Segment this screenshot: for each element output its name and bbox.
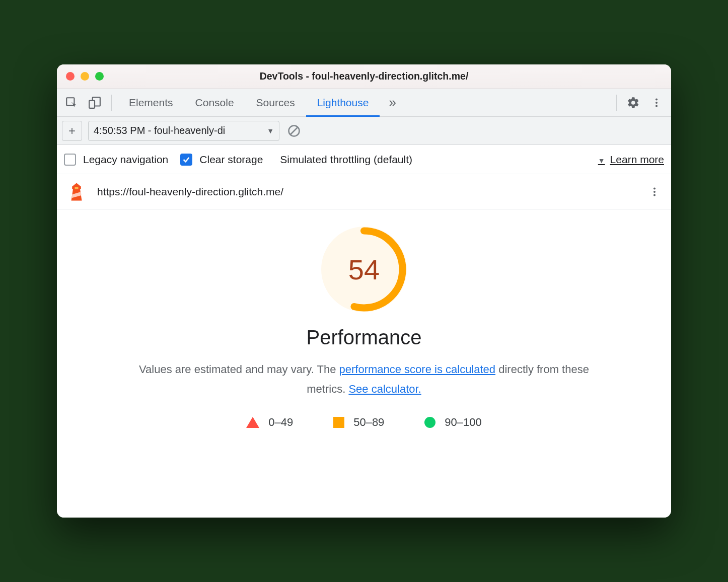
legend-fail: 0–49 [246, 416, 293, 429]
legend-pass: 90–100 [424, 416, 481, 429]
svg-rect-2 [89, 100, 95, 108]
chevron-down-icon: ▼ [598, 157, 605, 165]
square-icon [333, 417, 344, 428]
settings-gear-icon[interactable] [623, 92, 644, 113]
score-legend: 0–49 50–89 90–100 [246, 416, 482, 429]
minimize-window-button[interactable] [81, 72, 89, 81]
tab-elements[interactable]: Elements [118, 89, 184, 116]
chevron-down-icon: ▼ [267, 127, 274, 135]
report-content: 54 Performance Values are estimated and … [57, 209, 671, 518]
svg-point-3 [656, 98, 658, 100]
tab-console[interactable]: Console [184, 89, 245, 116]
report-url-row: https://foul-heavenly-direction.glitch.m… [57, 174, 671, 209]
circle-icon [424, 417, 435, 428]
lighthouse-toolbar: + 4:50:53 PM - foul-heavenly-di ▼ [57, 117, 671, 145]
lighthouse-options-row: Legacy navigation Clear storage Simulate… [57, 145, 671, 174]
see-calculator-link[interactable]: See calculator. [348, 383, 421, 395]
legacy-navigation-checkbox[interactable] [64, 154, 76, 166]
more-options-icon[interactable] [646, 92, 667, 113]
traffic-lights [66, 72, 104, 81]
report-menu-icon[interactable] [647, 186, 662, 197]
svg-point-5 [656, 105, 658, 107]
clear-storage-label: Clear storage [199, 154, 263, 166]
main-toolbar: Elements Console Sources Lighthouse » [57, 89, 671, 117]
devtools-window: DevTools - foul-heavenly-direction.glitc… [57, 64, 671, 518]
window-title: DevTools - foul-heavenly-direction.glitc… [57, 70, 671, 82]
legacy-navigation-label: Legacy navigation [83, 154, 168, 166]
new-report-button[interactable]: + [62, 121, 82, 141]
close-window-button[interactable] [66, 72, 75, 81]
triangle-icon [246, 417, 259, 428]
svg-line-7 [290, 127, 298, 134]
learn-more-link[interactable]: ▼Learn more [598, 154, 664, 166]
clear-report-icon[interactable] [285, 122, 303, 139]
performance-category-title: Performance [307, 326, 422, 349]
lighthouse-logo-icon [66, 181, 87, 202]
toolbar-separator [111, 95, 112, 111]
titlebar: DevTools - foul-heavenly-direction.glitc… [57, 64, 671, 89]
report-url-text: https://foul-heavenly-direction.glitch.m… [97, 186, 283, 198]
panel-tabs: Elements Console Sources Lighthouse [118, 89, 380, 116]
report-dropdown-label: 4:50:53 PM - foul-heavenly-di [94, 125, 225, 136]
performance-gauge: 54 [321, 227, 407, 312]
toolbar-separator [616, 95, 617, 111]
throttling-label: Simulated throttling (default) [280, 154, 412, 166]
more-tabs-button[interactable]: » [382, 95, 403, 110]
report-dropdown[interactable]: 4:50:53 PM - foul-heavenly-di ▼ [88, 121, 279, 141]
performance-score: 54 [321, 227, 407, 312]
svg-point-10 [653, 190, 656, 192]
svg-point-11 [653, 194, 656, 196]
tab-lighthouse[interactable]: Lighthouse [306, 89, 380, 116]
inspect-element-icon[interactable] [61, 92, 82, 113]
performance-description: Values are estimated and may vary. The p… [132, 360, 596, 399]
svg-point-4 [656, 101, 658, 103]
svg-point-9 [653, 187, 656, 189]
maximize-window-button[interactable] [95, 72, 104, 81]
clear-storage-checkbox[interactable] [180, 154, 192, 166]
legend-average: 50–89 [333, 416, 384, 429]
device-toolbar-icon[interactable] [84, 92, 105, 113]
score-calculated-link[interactable]: performance score is calculated [339, 363, 495, 376]
tab-sources[interactable]: Sources [245, 89, 306, 116]
